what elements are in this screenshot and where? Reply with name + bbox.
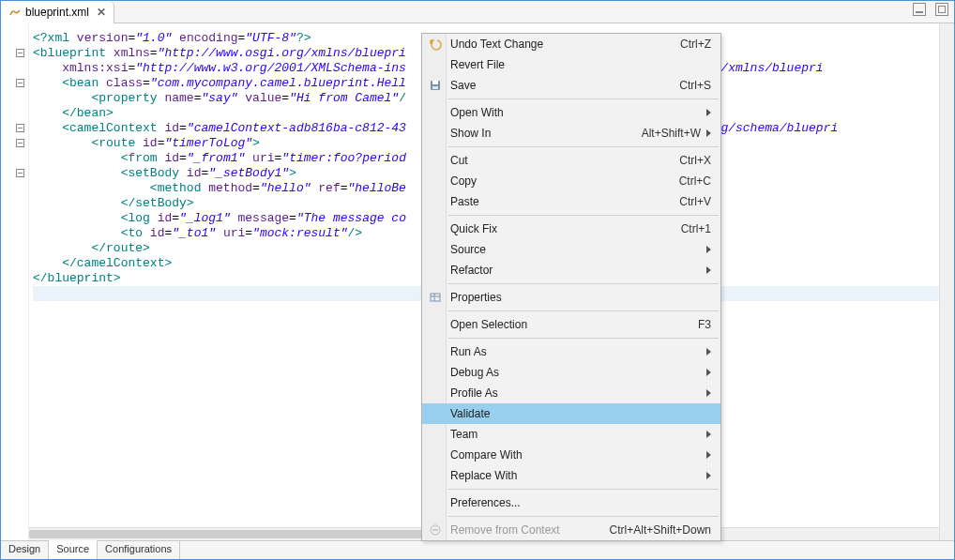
menu-item-label: Properties bbox=[450, 291, 711, 304]
menu-item-open-with[interactable]: Open With bbox=[422, 102, 720, 123]
menu-separator bbox=[448, 310, 719, 311]
chevron-right-icon bbox=[706, 431, 711, 438]
menu-item-label: Profile As bbox=[450, 386, 701, 400]
menu-item-remove-from-context: Remove from ContextCtrl+Alt+Shift+Down bbox=[422, 520, 720, 540]
close-icon[interactable]: ✕ bbox=[97, 6, 106, 19]
menu-separator bbox=[448, 516, 719, 517]
fold-toggle-icon[interactable] bbox=[16, 79, 24, 87]
chevron-right-icon bbox=[706, 472, 711, 479]
menu-item-label: Refactor bbox=[450, 264, 701, 277]
menu-item-label: Paste bbox=[450, 195, 679, 208]
menu-item-label: Debug As bbox=[450, 366, 701, 379]
tab-filename: blueprint.xml bbox=[25, 6, 89, 19]
fold-toggle-icon[interactable] bbox=[16, 124, 24, 132]
menu-separator bbox=[448, 338, 719, 339]
svg-rect-3 bbox=[431, 294, 440, 301]
menu-item-profile-as[interactable]: Profile As bbox=[422, 383, 720, 403]
gutter[interactable] bbox=[1, 23, 29, 540]
menu-item-label: Source bbox=[450, 243, 701, 256]
bottom-tab-design[interactable]: Design bbox=[1, 541, 49, 559]
svg-rect-1 bbox=[432, 81, 438, 84]
bottom-tabs: DesignSourceConfigurations bbox=[1, 540, 954, 559]
menu-item-label: Team bbox=[450, 428, 701, 441]
chevron-right-icon bbox=[706, 451, 711, 459]
menu-item-label: Show In bbox=[450, 127, 642, 140]
menu-item-label: Save bbox=[450, 79, 679, 92]
menu-separator bbox=[448, 146, 719, 147]
menu-item-shortcut: Ctrl+S bbox=[679, 79, 711, 92]
menu-item-properties[interactable]: Properties bbox=[422, 287, 720, 308]
menu-item-save[interactable]: SaveCtrl+S bbox=[422, 75, 720, 96]
menu-item-shortcut: Ctrl+1 bbox=[681, 222, 711, 235]
menu-item-label: Replace With bbox=[450, 469, 701, 482]
chevron-right-icon bbox=[706, 369, 711, 376]
menu-item-team[interactable]: Team bbox=[422, 424, 720, 445]
menu-item-validate[interactable]: Validate bbox=[422, 403, 720, 424]
menu-item-label: Copy bbox=[450, 174, 679, 188]
editor-tab[interactable]: blueprint.xml ✕ bbox=[1, 1, 114, 23]
menu-item-label: Cut bbox=[450, 154, 679, 167]
menu-item-run-as[interactable]: Run As bbox=[422, 341, 720, 362]
chevron-right-icon bbox=[706, 266, 711, 274]
menu-item-shortcut: Ctrl+V bbox=[679, 195, 711, 208]
horizontal-scroll-thumb[interactable] bbox=[29, 530, 466, 538]
menu-item-refactor[interactable]: Refactor bbox=[422, 260, 720, 280]
chevron-right-icon bbox=[706, 348, 711, 356]
menu-item-replace-with[interactable]: Replace With bbox=[422, 465, 720, 486]
maximize-button[interactable] bbox=[935, 3, 948, 16]
chevron-right-icon bbox=[706, 246, 711, 253]
menu-item-preferences[interactable]: Preferences... bbox=[422, 492, 720, 513]
properties-icon bbox=[428, 290, 443, 305]
editor-tabbar: blueprint.xml ✕ bbox=[1, 1, 954, 23]
menu-item-source[interactable]: Source bbox=[422, 239, 720, 260]
menu-item-shortcut: Alt+Shift+W bbox=[642, 127, 701, 140]
fold-toggle-icon[interactable] bbox=[16, 139, 24, 147]
menu-item-label: Preferences... bbox=[450, 496, 711, 509]
chevron-right-icon bbox=[706, 129, 711, 137]
svg-rect-2 bbox=[432, 86, 438, 89]
menu-item-show-in[interactable]: Show InAlt+Shift+W bbox=[422, 123, 720, 144]
editor-window-controls bbox=[913, 3, 948, 16]
menu-item-shortcut: Ctrl+Alt+Shift+Down bbox=[610, 523, 711, 537]
context-menu: Undo Text ChangeCtrl+ZRevert FileSaveCtr… bbox=[421, 33, 721, 541]
menu-item-debug-as[interactable]: Debug As bbox=[422, 362, 720, 383]
menu-item-label: Remove from Context bbox=[450, 523, 610, 537]
menu-item-shortcut: Ctrl+Z bbox=[680, 38, 711, 51]
menu-item-compare-with[interactable]: Compare With bbox=[422, 445, 720, 465]
chevron-right-icon bbox=[706, 389, 711, 397]
menu-item-quick-fix[interactable]: Quick FixCtrl+1 bbox=[422, 219, 720, 239]
menu-item-revert-file[interactable]: Revert File bbox=[422, 54, 720, 75]
menu-item-label: Undo Text Change bbox=[450, 38, 680, 51]
menu-separator bbox=[448, 98, 719, 99]
menu-separator bbox=[448, 489, 719, 490]
menu-item-undo-text-change[interactable]: Undo Text ChangeCtrl+Z bbox=[422, 34, 720, 54]
menu-item-copy[interactable]: CopyCtrl+C bbox=[422, 171, 720, 191]
menu-item-label: Run As bbox=[450, 345, 701, 358]
menu-item-paste[interactable]: PasteCtrl+V bbox=[422, 191, 720, 212]
menu-item-shortcut: F3 bbox=[698, 318, 711, 331]
camel-file-icon bbox=[8, 6, 22, 19]
menu-separator bbox=[448, 283, 719, 284]
bottom-tab-source[interactable]: Source bbox=[49, 540, 98, 559]
remove-icon bbox=[428, 522, 443, 537]
undo-icon bbox=[428, 37, 443, 52]
fold-toggle-icon[interactable] bbox=[16, 49, 24, 57]
minimize-button[interactable] bbox=[913, 3, 926, 16]
fold-toggle-icon[interactable] bbox=[16, 169, 24, 177]
menu-item-open-selection[interactable]: Open SelectionF3 bbox=[422, 314, 720, 335]
menu-item-label: Validate bbox=[450, 407, 711, 420]
menu-item-label: Open Selection bbox=[450, 318, 698, 331]
menu-item-shortcut: Ctrl+X bbox=[679, 154, 711, 167]
save-icon bbox=[428, 78, 443, 93]
bottom-tab-configurations[interactable]: Configurations bbox=[98, 541, 180, 559]
menu-separator bbox=[448, 215, 719, 216]
vertical-scrollbar[interactable] bbox=[939, 23, 954, 540]
menu-item-shortcut: Ctrl+C bbox=[679, 174, 711, 188]
menu-item-cut[interactable]: CutCtrl+X bbox=[422, 150, 720, 171]
menu-item-label: Open With bbox=[450, 106, 701, 119]
menu-item-label: Revert File bbox=[450, 58, 711, 71]
chevron-right-icon bbox=[706, 109, 711, 116]
menu-item-label: Quick Fix bbox=[450, 222, 681, 235]
menu-item-label: Compare With bbox=[450, 448, 701, 462]
